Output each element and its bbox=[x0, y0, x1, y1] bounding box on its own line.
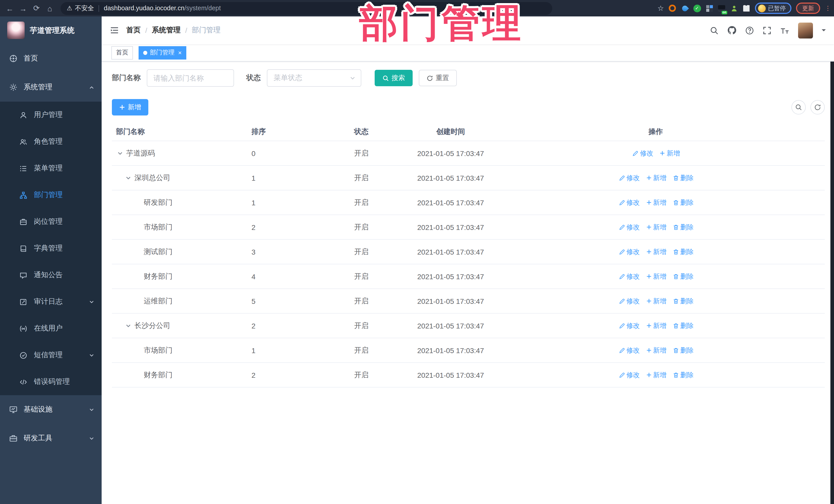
add-child-link[interactable]: 新增 bbox=[646, 370, 666, 379]
sort-value: 2 bbox=[250, 223, 353, 231]
edit-link[interactable]: 修改 bbox=[619, 272, 640, 281]
chevron-down-icon bbox=[89, 299, 94, 305]
edit-link[interactable]: 修改 bbox=[619, 321, 640, 330]
extension-grid-icon[interactable] bbox=[705, 4, 713, 12]
refresh-button[interactable] bbox=[810, 100, 825, 114]
profile-chip[interactable]: 已暂停 bbox=[755, 3, 791, 14]
extension-list-icon[interactable]: on bbox=[718, 4, 725, 12]
browser-menu-icon[interactable]: ⋮ bbox=[825, 7, 831, 9]
update-button[interactable]: 更新 bbox=[796, 3, 820, 14]
sidebar-item-label: 系统管理 bbox=[24, 83, 52, 92]
hamburger-icon[interactable] bbox=[110, 26, 119, 35]
breadcrumb-system[interactable]: 系统管理 bbox=[152, 26, 181, 35]
sidebar-item-sms[interactable]: 短信管理 bbox=[0, 342, 102, 369]
add-child-link[interactable]: 新增 bbox=[646, 173, 666, 182]
font-size-icon[interactable] bbox=[780, 26, 789, 35]
breadcrumb-home[interactable]: 首页 bbox=[126, 26, 140, 35]
sidebar-item-users[interactable]: 用户管理 bbox=[0, 102, 102, 128]
fullscreen-icon[interactable] bbox=[763, 26, 771, 35]
dept-name: 测试部门 bbox=[144, 247, 172, 256]
window-scrollbar[interactable] bbox=[830, 17, 834, 504]
url-path: /system/dept bbox=[184, 5, 221, 12]
sidebar-item-menus[interactable]: 菜单管理 bbox=[0, 155, 102, 182]
delete-link[interactable]: 删除 bbox=[673, 346, 694, 355]
back-icon[interactable]: ← bbox=[3, 2, 17, 15]
caret-down-icon[interactable] bbox=[822, 29, 826, 34]
sidebar-item-audit-log[interactable]: 审计日志 bbox=[0, 288, 102, 315]
collapse-arrow-icon[interactable] bbox=[125, 175, 131, 181]
sidebar-item-label: 用户管理 bbox=[34, 110, 63, 119]
sidebar-item-dev-tools[interactable]: 研发工具 bbox=[0, 424, 102, 453]
delete-link[interactable]: 删除 bbox=[673, 247, 694, 256]
table-row: 运维部门 5 开启 2021-01-05 17:03:47 修改 新增 删除 bbox=[112, 289, 825, 313]
reload-icon[interactable]: ⟳ bbox=[30, 2, 43, 15]
sidebar-item-dictionary[interactable]: 字典管理 bbox=[0, 235, 102, 262]
extension-check-icon[interactable]: ✓ bbox=[693, 4, 701, 12]
delete-link[interactable]: 删除 bbox=[673, 198, 694, 207]
delete-link[interactable]: 删除 bbox=[673, 321, 694, 330]
add-child-link[interactable]: 新增 bbox=[646, 222, 666, 232]
sidebar-item-infrastructure[interactable]: 基础设施 bbox=[0, 395, 102, 424]
security-label[interactable]: 不安全 bbox=[75, 4, 94, 13]
delete-link[interactable]: 删除 bbox=[673, 173, 694, 182]
sort-value: 5 bbox=[250, 297, 353, 305]
sidebar-item-online-users[interactable]: 在线用户 bbox=[0, 315, 102, 342]
edit-link[interactable]: 修改 bbox=[619, 370, 640, 379]
extension-gear-icon[interactable] bbox=[668, 4, 676, 12]
sort-value: 4 bbox=[250, 272, 353, 281]
search-icon[interactable] bbox=[710, 26, 719, 35]
add-child-link[interactable]: 新增 bbox=[659, 149, 680, 158]
profile-status: 已暂停 bbox=[768, 4, 786, 12]
extension-person-icon[interactable] bbox=[730, 4, 738, 12]
bookmark-star-icon[interactable]: ☆ bbox=[657, 4, 664, 12]
help-icon[interactable] bbox=[745, 26, 754, 35]
collapse-arrow-icon[interactable] bbox=[117, 150, 123, 156]
edit-link[interactable]: 修改 bbox=[619, 297, 640, 306]
sidebar-item-error-codes[interactable]: 错误码管理 bbox=[0, 369, 102, 395]
sidebar-item-roles[interactable]: 角色管理 bbox=[0, 128, 102, 155]
delete-link[interactable]: 删除 bbox=[673, 370, 694, 379]
add-child-link[interactable]: 新增 bbox=[646, 321, 666, 330]
status-select[interactable]: 菜单状态 bbox=[267, 69, 361, 87]
home-icon[interactable]: ⌂ bbox=[43, 2, 57, 15]
tag-departments[interactable]: 部门管理 × bbox=[138, 46, 186, 59]
delete-link[interactable]: 删除 bbox=[673, 272, 694, 281]
breadcrumb: 首页 / 系统管理 / 部门管理 bbox=[126, 26, 221, 35]
delete-link[interactable]: 删除 bbox=[673, 297, 694, 306]
close-tag-icon[interactable]: × bbox=[178, 49, 182, 56]
edit-link[interactable]: 修改 bbox=[619, 247, 640, 256]
add-child-link[interactable]: 新增 bbox=[646, 198, 666, 207]
add-child-link[interactable]: 新增 bbox=[646, 346, 666, 355]
edit-link[interactable]: 修改 bbox=[619, 346, 640, 355]
search-button[interactable]: 搜索 bbox=[375, 70, 413, 86]
add-child-link[interactable]: 新增 bbox=[646, 297, 666, 306]
add-button[interactable]: 新增 bbox=[112, 99, 148, 115]
sidebar-item-posts[interactable]: 岗位管理 bbox=[0, 209, 102, 235]
collapse-arrow-icon[interactable] bbox=[125, 323, 131, 329]
sidebar-item-notices[interactable]: 通知公告 bbox=[0, 262, 102, 288]
add-child-link[interactable]: 新增 bbox=[646, 272, 666, 281]
reset-button[interactable]: 重置 bbox=[419, 70, 457, 86]
toggle-search-button[interactable] bbox=[791, 100, 806, 114]
sidebar-item-departments[interactable]: 部门管理 bbox=[0, 182, 102, 209]
dept-name-input[interactable] bbox=[147, 69, 234, 87]
edit-link[interactable]: 修改 bbox=[619, 173, 640, 182]
forward-icon[interactable]: → bbox=[17, 2, 30, 15]
add-child-link[interactable]: 新增 bbox=[646, 247, 666, 256]
extension-drop-icon[interactable] bbox=[681, 4, 688, 12]
sidebar-item-home[interactable]: 首页 bbox=[0, 44, 102, 73]
table-header: 部门名称 排序 状态 创建时间 操作 bbox=[112, 123, 825, 141]
edit-link[interactable]: 修改 bbox=[632, 149, 653, 158]
logo-avatar bbox=[7, 22, 25, 39]
navbar-actions bbox=[710, 22, 826, 38]
edit-link[interactable]: 修改 bbox=[619, 198, 640, 207]
sidebar-item-system[interactable]: 系统管理 bbox=[0, 73, 102, 102]
edit-link[interactable]: 修改 bbox=[619, 222, 640, 232]
github-icon[interactable] bbox=[727, 26, 737, 35]
extension-puzzle-icon[interactable] bbox=[742, 4, 750, 12]
delete-link[interactable]: 删除 bbox=[673, 222, 694, 232]
tag-home[interactable]: 首页 bbox=[111, 46, 133, 59]
user-avatar[interactable] bbox=[798, 22, 813, 38]
chevron-down-icon bbox=[89, 436, 94, 441]
status-value: 开启 bbox=[353, 247, 415, 256]
